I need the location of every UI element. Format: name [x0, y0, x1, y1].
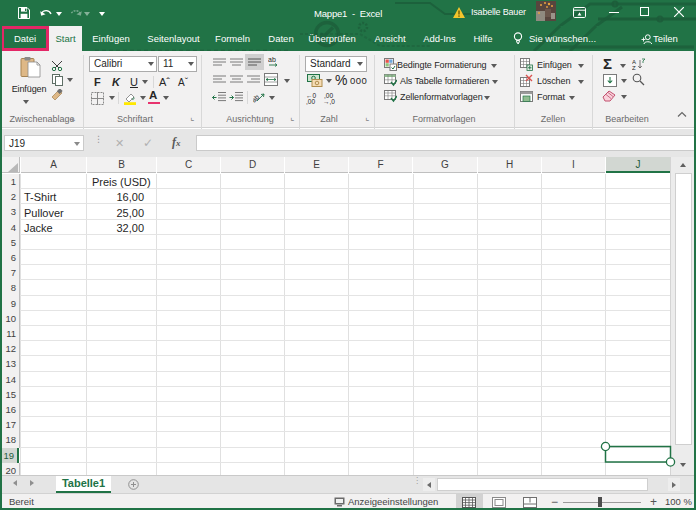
- svg-text:Z: Z: [632, 65, 636, 70]
- svg-text:ab: ab: [268, 56, 276, 63]
- svg-text:,00: ,00: [306, 98, 315, 105]
- svg-text:→,0: →,0: [323, 98, 335, 105]
- svg-text:A: A: [632, 59, 636, 65]
